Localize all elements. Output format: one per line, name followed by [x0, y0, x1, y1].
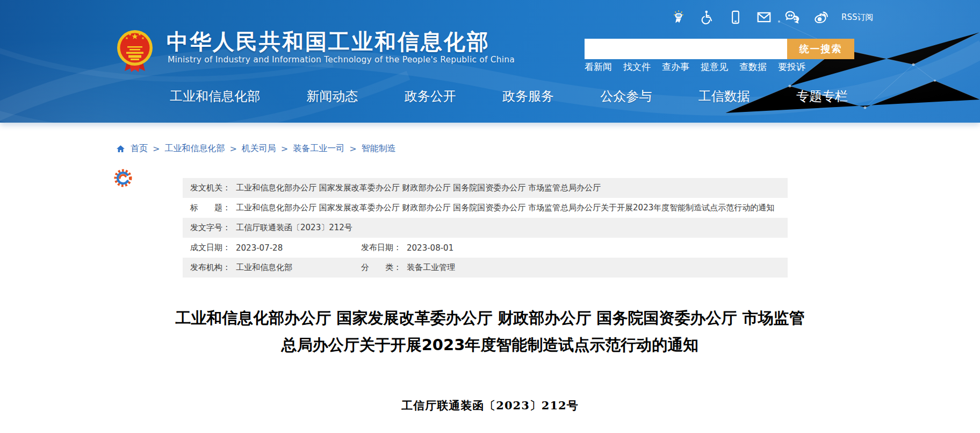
unified-search-button[interactable]: 统一搜索 — [787, 39, 854, 59]
utility-icon-row: RSS订阅 — [671, 8, 873, 27]
robot-assistant-icon[interactable] — [671, 9, 687, 25]
breadcrumb-separator: > — [229, 144, 236, 154]
meta-value: 装备工业管理 — [407, 262, 455, 273]
meta-value: 工业和信息化部办公厅 国家发展改革委办公厅 财政部办公厅 国务院国资委办公厅 市… — [236, 183, 601, 193]
nav-item-gov-services[interactable]: 政务服务 — [502, 88, 554, 105]
national-emblem-icon — [114, 28, 155, 74]
search-input[interactable] — [585, 39, 787, 59]
meta-row-publisher-category: 发布机构： 工业和信息化部 分 类： 装备工业管理 — [183, 258, 788, 278]
nav-item-public-participation[interactable]: 公众参与 — [600, 88, 652, 105]
rss-subscribe-link[interactable]: RSS订阅 — [841, 12, 873, 23]
quick-link-suggestions[interactable]: 提意见 — [701, 61, 728, 73]
document-meta-table: 发文机关： 工业和信息化部办公厅 国家发展改革委办公厅 财政部办公厅 国务院国资… — [183, 178, 788, 278]
meta-row-title: 标 题： 工业和信息化部办公厅 国家发展改革委办公厅 财政部办公厅 国务院国资委… — [183, 198, 788, 218]
breadcrumb-ministry[interactable]: 工业和信息化部 — [164, 143, 225, 154]
nav-item-special-topics[interactable]: 专题专栏 — [796, 88, 848, 105]
page-content: 首页 > 工业和信息化部 > 机关司局 > 装备工业一司 > 智能制造 发文机关… — [0, 123, 980, 413]
meta-label: 成文日期： — [190, 243, 230, 253]
breadcrumb-departments[interactable]: 机关司局 — [242, 143, 276, 154]
nav-item-news[interactable]: 新闻动态 — [306, 88, 358, 105]
meta-row-dates: 成文日期： 2023-07-28 发布日期： 2023-08-01 — [183, 238, 788, 258]
quick-link-documents[interactable]: 找文件 — [623, 61, 651, 73]
quick-link-complaints[interactable]: 要投诉 — [778, 61, 805, 73]
nav-item-gov-disclosure[interactable]: 政务公开 — [405, 88, 456, 105]
quick-link-services[interactable]: 查办事 — [662, 61, 689, 73]
meta-label: 发文机关： — [190, 183, 230, 193]
meta-label: 发布日期： — [361, 243, 401, 253]
home-icon[interactable] — [116, 144, 126, 154]
search-bar: 统一搜索 — [585, 39, 854, 59]
breadcrumb-equipment-bureau[interactable]: 装备工业一司 — [293, 143, 344, 154]
meta-row-issuing-agency: 发文机关： 工业和信息化部办公厅 国家发展改革委办公厅 财政部办公厅 国务院国资… — [183, 178, 788, 198]
breadcrumb-separator: > — [281, 144, 288, 154]
quick-link-data[interactable]: 查数据 — [739, 61, 767, 73]
meta-value: 2023-07-28 — [236, 243, 283, 253]
quick-link-news[interactable]: 看新闻 — [585, 61, 612, 73]
breadcrumb-separator: > — [153, 144, 160, 154]
accessibility-icon[interactable] — [699, 9, 715, 25]
meta-value: 工业和信息化部办公厅 国家发展改革委办公厅 财政部办公厅 国务院国资委办公厅 市… — [236, 203, 774, 213]
nav-item-miit-data[interactable]: 工信数据 — [698, 88, 750, 105]
quick-links: 看新闻 找文件 查办事 提意见 查数据 要投诉 — [585, 61, 805, 73]
document-number: 工信厅联通装函〔2023〕212号 — [0, 398, 980, 413]
mail-icon[interactable] — [756, 9, 772, 25]
primary-navigation: 工业和信息化部 新闻动态 政务公开 政务服务 公众参与 工信数据 专题专栏 — [0, 80, 980, 113]
meta-label: 分 类： — [361, 262, 401, 273]
meta-value: 工业和信息化部 — [236, 262, 292, 273]
weibo-icon[interactable] — [813, 9, 829, 25]
meta-label: 发文字号： — [190, 223, 230, 233]
site-title: 中华人民共和国工业和信息化部 — [167, 27, 490, 56]
site-subtitle-en: Ministry of Industry and Information Tec… — [168, 55, 515, 65]
meta-label: 标 题： — [190, 203, 230, 213]
meta-label: 发布机构： — [190, 262, 230, 273]
nav-item-ministry[interactable]: 工业和信息化部 — [170, 88, 260, 105]
breadcrumb-home[interactable]: 首页 — [131, 143, 148, 154]
meta-row-doc-number: 发文字号： 工信厅联通装函〔2023〕212号 — [183, 218, 788, 238]
miit-gear-logo-icon — [113, 168, 133, 188]
article-title: 工业和信息化部办公厅 国家发展改革委办公厅 财政部办公厅 国务院国资委办公厅 市… — [173, 304, 807, 358]
mobile-icon[interactable] — [727, 9, 744, 25]
meta-value: 工信厅联通装函〔2023〕212号 — [236, 223, 352, 233]
ministry-logo-link[interactable] — [114, 28, 155, 74]
breadcrumb-separator: > — [349, 144, 356, 154]
breadcrumb-smart-manufacturing[interactable]: 智能制造 — [362, 143, 396, 154]
breadcrumb: 首页 > 工业和信息化部 > 机关司局 > 装备工业一司 > 智能制造 — [0, 123, 980, 154]
wechat-icon[interactable] — [784, 9, 801, 25]
meta-value: 2023-08-01 — [407, 243, 453, 253]
site-header-banner: 中华人民共和国工业和信息化部 Ministry of Industry and … — [0, 0, 980, 123]
